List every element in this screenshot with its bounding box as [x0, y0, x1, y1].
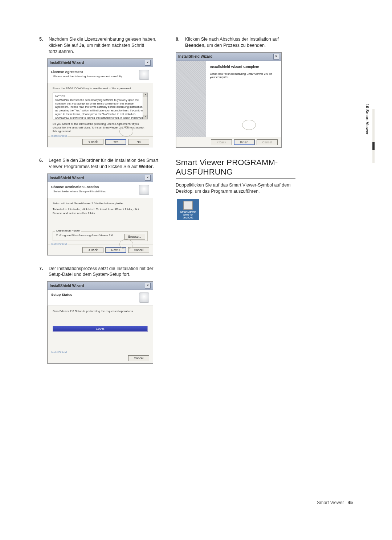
setup-status-wizard: InstallShield Wizard × Setup Status Smar… — [47, 281, 153, 363]
wizard-icon — [139, 185, 149, 195]
cancel-button: Cancel — [257, 139, 278, 145]
header-title: License Agreement — [51, 70, 123, 74]
icon-label-3: deg5062 — [178, 216, 198, 219]
scrollbar[interactable]: ▴ ▾ — [143, 93, 147, 119]
close-icon[interactable]: × — [273, 54, 279, 60]
browse-button[interactable]: Browse... — [124, 234, 145, 240]
wizard-header: Setup Status — [48, 290, 153, 306]
license-text-box[interactable]: NOTICE SAMSUNG licenses the accompanying… — [53, 93, 148, 119]
step-body: Klicken Sie nach Abschluss der Installat… — [185, 36, 295, 49]
notice-body: SAMSUNG licenses the accompanying softwa… — [55, 98, 145, 119]
dest-line1: Setup will install SmartViewer 2.0 in th… — [53, 202, 148, 205]
wizard-header: License Agreement Please read the follow… — [48, 67, 153, 83]
header-title: Choose Destination Location — [51, 185, 106, 189]
header-subtitle: Select folder where Setup will install f… — [51, 190, 106, 193]
section-paragraph: Doppelklicken Sie auf das Smart Viewer-S… — [176, 182, 295, 195]
wizard-icon — [139, 292, 149, 303]
step-number: 8. — [176, 36, 185, 49]
wizard-header: Choose Destination Location Select folde… — [48, 182, 153, 198]
yes-button[interactable]: Yes — [105, 139, 126, 145]
footer-section: Smart Viewer _ — [317, 500, 348, 505]
progress-bar: 100% — [53, 326, 148, 332]
step-number: 7. — [39, 266, 49, 278]
step-text-bold: Ja, — [79, 43, 85, 48]
wizard-footer: InstallShield < Back Yes No — [48, 136, 153, 147]
destination-folder-box: Destination Folder C:\Program Files\Sams… — [53, 231, 148, 241]
license-wizard: InstallShield Wizard × License Agreement… — [47, 58, 153, 148]
side-index-marker — [372, 142, 375, 150]
step-text-bold: Beenden, — [185, 43, 205, 48]
dest-line2: To install to this folder, click Next. T… — [53, 208, 148, 215]
installshield-brand: InstallShield — [50, 351, 68, 354]
step-number: 5. — [39, 36, 49, 55]
footer-page-number: 45 — [348, 500, 353, 505]
close-icon[interactable]: × — [145, 175, 151, 181]
wizard-title: InstallShield Wizard — [50, 61, 84, 65]
step-text-post: um den Prozess zu beenden. — [205, 43, 266, 48]
smartviewer-desktop-icon[interactable]: SmartViewer SHR for deg5062 — [177, 199, 199, 221]
step-text-bold: Weiter — [139, 164, 153, 169]
status-text: SmartViewer 2.0 Setup is performing the … — [53, 310, 148, 313]
step-5: 5. Nachdem Sie die Lizenzvereinbarung ge… — [39, 36, 159, 55]
step-body: Nachdem Sie die Lizenzvereinbarung geles… — [49, 36, 159, 55]
step-body: Legen Sie den Zielordner für die Install… — [49, 158, 159, 170]
notice-title: NOTICE — [55, 95, 145, 98]
scroll-down-icon[interactable]: ▾ — [143, 115, 147, 119]
wizard-footer: InstallShield < Back Next > Cancel — [48, 245, 153, 255]
cancel-button[interactable]: Cancel — [128, 247, 149, 253]
dest-path: C:\Program Files\Samsung\SmartViewer 2.0 — [56, 234, 113, 237]
destination-wizard: InstallShield Wizard × Choose Destinatio… — [47, 173, 153, 255]
header-subtitle: Please read the following license agreem… — [51, 75, 123, 78]
wizard-title: InstallShield Wizard — [50, 176, 84, 180]
step-text-post: . — [152, 164, 154, 169]
header-title: Setup Status — [51, 292, 72, 296]
wizard-side-image — [176, 61, 206, 137]
wizard-titlebar: InstallShield Wizard × — [48, 174, 153, 182]
step-number: 6. — [39, 158, 49, 170]
complete-title: InstallShield Wizard Complete — [210, 65, 278, 69]
wizard-titlebar: InstallShield Wizard × — [48, 282, 153, 290]
wizard-footer: InstallShield Cancel — [48, 353, 153, 363]
wizard-titlebar: InstallShield Wizard × — [48, 59, 153, 67]
complete-text: Setup has finished installing SmartViewe… — [210, 72, 278, 79]
progress-value: 100% — [53, 326, 147, 331]
wizard-body: InstallShield Wizard Complete Setup has … — [176, 61, 281, 137]
wizard-title: InstallShield Wizard — [50, 284, 84, 288]
wizard-titlebar: InstallShield Wizard × — [176, 53, 281, 61]
app-icon — [183, 201, 193, 210]
back-button: < Back — [211, 139, 232, 145]
section-rule — [176, 178, 295, 179]
dest-legend: Destination Folder — [55, 229, 81, 233]
wizard-footer: < Back Finish Cancel — [176, 137, 281, 147]
side-chapter-tab: 10 Smart Viewer — [365, 104, 369, 135]
no-button[interactable]: No — [128, 139, 149, 145]
close-icon[interactable]: × — [145, 283, 151, 289]
page-footer: Smart Viewer _45 — [317, 500, 353, 505]
back-button[interactable]: < Back — [82, 139, 103, 145]
next-button[interactable]: Next > — [105, 247, 126, 253]
back-button[interactable]: < Back — [82, 247, 103, 253]
step-body: Der Installationsprozess setzt die Insta… — [49, 266, 159, 278]
accept-question: Do you accept all the terms of the prece… — [53, 122, 148, 133]
cancel-button[interactable]: Cancel — [128, 355, 149, 361]
wizard-icon — [139, 70, 149, 80]
step-8: 8. Klicken Sie nach Abschluss der Instal… — [176, 36, 295, 49]
scroll-up-icon[interactable]: ▴ — [143, 93, 147, 97]
section-heading: Smart Viewer PROGRAMM-AUSFÜHRUNG — [176, 158, 295, 177]
step-7: 7. Der Installationsprozess setzt die In… — [39, 266, 159, 278]
complete-wizard: InstallShield Wizard × InstallShield Wiz… — [176, 52, 282, 148]
page-down-hint: Press the PAGE DOWN key to see the rest … — [53, 87, 148, 90]
finish-button[interactable]: Finish — [234, 139, 255, 145]
step-text-pre: Klicken Sie nach Abschluss der Installat… — [185, 37, 279, 42]
side-index-bar — [372, 109, 375, 163]
installshield-brand: InstallShield — [50, 242, 68, 246]
installshield-brand: InstallShield — [50, 134, 68, 138]
step-6: 6. Legen Sie den Zielordner für die Inst… — [39, 158, 159, 170]
close-icon[interactable]: × — [145, 60, 151, 66]
step-text: Der Installationsprozess setzt die Insta… — [49, 266, 153, 277]
wizard-title: InstallShield Wizard — [178, 54, 212, 58]
